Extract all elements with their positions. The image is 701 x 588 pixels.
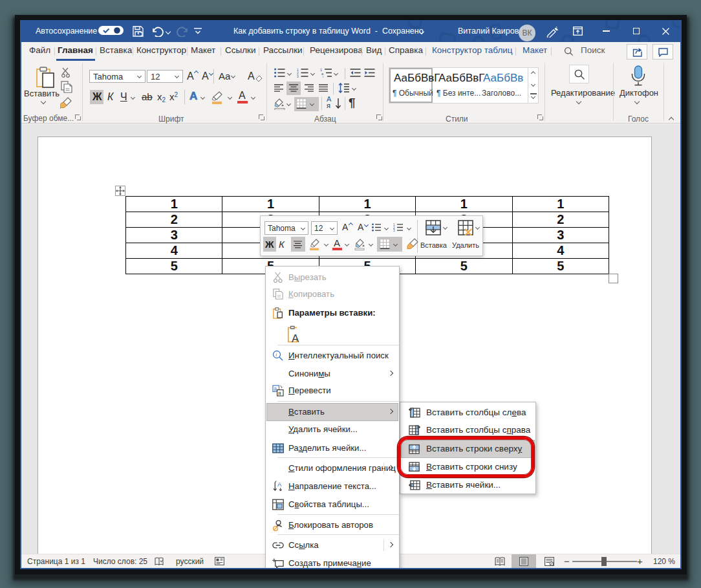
svg-text:а: а: [274, 386, 277, 392]
svg-text:i: i: [275, 352, 277, 358]
svg-text:А: А: [277, 481, 282, 488]
svg-text:i: i: [323, 75, 323, 78]
svg-text:A: A: [292, 332, 299, 343]
svg-text:3: 3: [297, 74, 299, 78]
svg-text:я: я: [278, 390, 281, 397]
svg-text:3: 3: [393, 229, 395, 232]
